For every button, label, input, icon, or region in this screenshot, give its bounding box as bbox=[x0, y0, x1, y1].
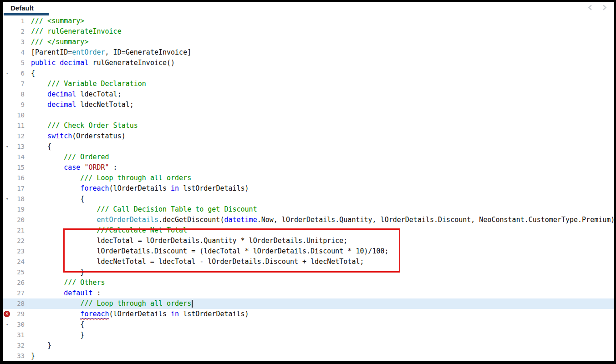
code-line[interactable]: 19/// Call Decision Table to get Discoun… bbox=[3, 204, 614, 215]
code-line[interactable]: 10 bbox=[3, 110, 614, 121]
code-line[interactable]: 22ldecTotal = lOrderDetails.Quantity * l… bbox=[3, 236, 614, 246]
fold-arrow-icon[interactable]: ▾ bbox=[6, 319, 8, 330]
code-line[interactable]: 27default : bbox=[3, 288, 614, 298]
code-token: /// <summary> bbox=[31, 17, 84, 25]
code-line[interactable]: 5public decimal rulGenerateInvoice() bbox=[3, 58, 614, 68]
code-line[interactable]: ▾13{ bbox=[3, 142, 614, 152]
gutter: 9 bbox=[3, 100, 28, 110]
error-icon[interactable]: ✕ bbox=[4, 311, 10, 317]
code-text: /// Check Order Status bbox=[28, 121, 614, 131]
code-line[interactable]: ▾18{ bbox=[3, 194, 614, 204]
code-token: ldecNetTotal = ldecTotal - lOrderDetails… bbox=[97, 258, 364, 266]
gutter: 26 bbox=[3, 278, 28, 288]
line-number: 17 bbox=[17, 185, 25, 192]
code-line[interactable]: 31} bbox=[3, 330, 614, 340]
code-text: { bbox=[28, 319, 614, 330]
fold-arrow-icon[interactable]: ▾ bbox=[6, 194, 8, 204]
code-token: /// Ordered bbox=[64, 153, 109, 161]
line-number: 6 bbox=[21, 70, 25, 77]
code-line[interactable]: ✕29foreach(lOrderDetails in lstOrderDeta… bbox=[3, 309, 614, 319]
history-nav bbox=[587, 4, 608, 11]
code-line[interactable]: 7/// Variable Declaration bbox=[3, 79, 614, 89]
code-token: default bbox=[64, 289, 92, 297]
code-line[interactable]: 2/// rulGenerateInvoice bbox=[3, 26, 614, 37]
code-line[interactable]: 26/// Others bbox=[3, 278, 614, 288]
code-text: switch(Orderstatus) bbox=[28, 131, 614, 142]
code-text: } bbox=[28, 340, 614, 351]
code-text: /// Variable Declaration bbox=[28, 79, 614, 89]
code-text: case "ORDR" : bbox=[28, 162, 614, 173]
code-text: { bbox=[28, 68, 614, 79]
code-line[interactable]: 21///Calculate Net Total bbox=[3, 225, 614, 236]
fold-arrow-icon[interactable]: ▾ bbox=[6, 142, 8, 152]
line-number: 28 bbox=[17, 300, 25, 307]
code-line[interactable]: 4[ParentID=entOrder, ID=GenerateInvoice] bbox=[3, 47, 614, 58]
line-number: 7 bbox=[21, 80, 25, 87]
code-text: entOrderDetails.decGetDiscount(datetime.… bbox=[28, 215, 614, 225]
gutter: 32 bbox=[3, 340, 28, 351]
gutter: 1 bbox=[3, 16, 28, 26]
code-token: /// rulGenerateInvoice bbox=[31, 27, 122, 35]
code-text: foreach(lOrderDetails in lstOrderDetails… bbox=[28, 183, 614, 194]
code-text: ldecNetTotal = ldecTotal - lOrderDetails… bbox=[28, 257, 614, 267]
line-number: 29 bbox=[17, 310, 25, 318]
code-line[interactable]: 28/// Loop through all orders bbox=[3, 298, 614, 309]
code-line[interactable]: 3/// </summary> bbox=[3, 37, 614, 47]
code-token: /// Loop through all orders bbox=[80, 174, 191, 182]
nav-back-icon[interactable] bbox=[587, 4, 594, 11]
tab-default[interactable]: Default bbox=[4, 2, 49, 16]
active-tab-indicator bbox=[4, 13, 49, 15]
code-token: [ParentID= bbox=[31, 48, 72, 56]
code-line[interactable]: 9decimal ldecNetTotal; bbox=[3, 100, 614, 110]
code-line[interactable]: 16/// Loop through all orders bbox=[3, 173, 614, 183]
line-number: 19 bbox=[17, 206, 25, 213]
code-line[interactable]: 32} bbox=[3, 340, 614, 351]
code-text: } bbox=[28, 267, 614, 278]
nav-forward-icon[interactable] bbox=[601, 4, 608, 11]
line-number: 24 bbox=[17, 258, 25, 265]
line-number: 23 bbox=[17, 248, 25, 255]
code-token: datetime bbox=[224, 216, 257, 224]
gutter: 27 bbox=[3, 288, 28, 298]
line-number: 32 bbox=[17, 342, 25, 349]
code-token: entOrder bbox=[72, 48, 105, 56]
gutter: 28 bbox=[3, 298, 28, 309]
gutter: 12 bbox=[3, 131, 28, 142]
code-text: } bbox=[28, 351, 614, 361]
code-line[interactable]: 24ldecNetTotal = ldecTotal - lOrderDetai… bbox=[3, 257, 614, 267]
code-line[interactable]: 20entOrderDetails.decGetDiscount(datetim… bbox=[3, 215, 614, 225]
code-line[interactable]: 17foreach(lOrderDetails in lstOrderDetai… bbox=[3, 183, 614, 194]
code-line[interactable]: 12switch(Orderstatus) bbox=[3, 131, 614, 142]
code-text: /// rulGenerateInvoice bbox=[28, 26, 614, 37]
gutter: 16 bbox=[3, 173, 28, 183]
code-line[interactable]: ▾30{ bbox=[3, 319, 614, 330]
fold-arrow-icon[interactable]: ▾ bbox=[6, 68, 8, 79]
code-line[interactable]: 8decimal ldecTotal; bbox=[3, 89, 614, 100]
code-line[interactable]: 11/// Check Order Status bbox=[3, 121, 614, 131]
code-token: ///Calculate Net Total bbox=[97, 226, 187, 234]
code-token: case bbox=[64, 163, 80, 172]
code-line[interactable]: 23lOrderDetails.Discount = (ldecTotal * … bbox=[3, 246, 614, 257]
code-text: { bbox=[28, 142, 614, 152]
line-number: 1 bbox=[21, 17, 25, 25]
code-line[interactable]: 14/// Ordered bbox=[3, 152, 614, 162]
gutter: 8 bbox=[3, 89, 28, 100]
code-token: } bbox=[80, 268, 84, 276]
code-token: (lOrderDetails bbox=[109, 184, 171, 192]
code-text: /// Loop through all orders bbox=[28, 173, 614, 183]
line-number: 12 bbox=[17, 132, 25, 140]
gutter: 19 bbox=[3, 204, 28, 215]
code-line[interactable]: 25} bbox=[3, 267, 614, 278]
code-line[interactable]: ▾6{ bbox=[3, 68, 614, 79]
code-token: decimal bbox=[47, 101, 76, 109]
code-line[interactable]: 1/// <summary> bbox=[3, 16, 614, 26]
code-text: ///Calculate Net Total bbox=[28, 225, 614, 236]
code-line[interactable]: 15case "ORDR" : bbox=[3, 162, 614, 173]
gutter: 3 bbox=[3, 37, 28, 47]
line-number: 22 bbox=[17, 237, 25, 244]
line-number: 27 bbox=[17, 289, 25, 297]
code-area[interactable]: 1/// <summary>2/// rulGenerateInvoice3//… bbox=[3, 16, 614, 361]
code-line[interactable]: 33} bbox=[3, 351, 614, 361]
code-token: } bbox=[47, 341, 51, 349]
code-token: { bbox=[31, 69, 35, 77]
